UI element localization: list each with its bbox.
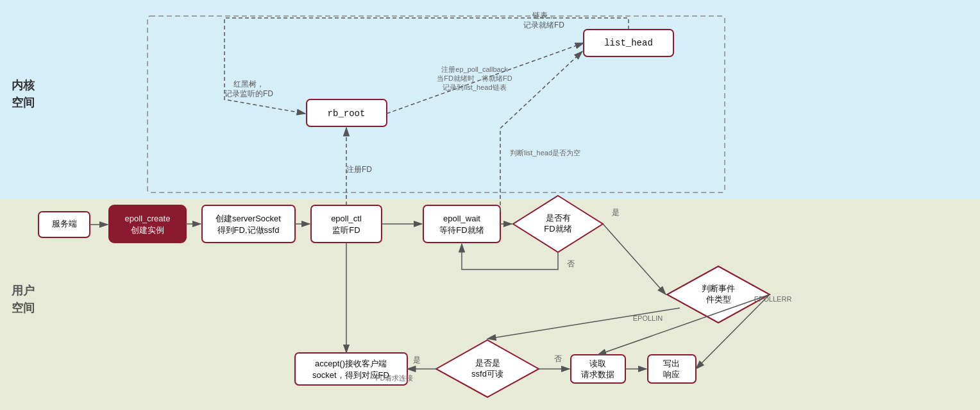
epoll-ctl-label2: 监听FD — [332, 225, 360, 235]
epoll-ctl-label1: epoll_ctl — [331, 214, 362, 223]
read-data-label1: 读取 — [589, 359, 606, 368]
callback-desc3: 记录到list_head链表 — [443, 83, 506, 91]
epoll-wait-label2: 等待FD就绪 — [439, 225, 484, 235]
arrow-eventtype-epollin — [487, 308, 680, 339]
yes-label-ssfd: 是 — [413, 355, 421, 364]
fd-ready-label2: FD就绪 — [544, 224, 571, 234]
no-label-fdready: 否 — [567, 259, 575, 268]
list-desc-label2: 记录就绪FD — [523, 21, 564, 30]
rbtree-desc-label: 红黑树， — [233, 80, 264, 89]
epoll-wait-node — [423, 205, 500, 243]
register-fd-label: 注册FD — [346, 165, 372, 174]
epoll-create-label1: epoll_create — [125, 214, 171, 223]
epoll-create-label2: 创建实例 — [131, 225, 164, 235]
rbtree-desc-label2: 记录监听的FD — [224, 89, 273, 98]
arrow-fdready-yes — [603, 224, 666, 295]
epoll-create-node — [109, 205, 186, 243]
fd-connect-label: FD请求连接 — [376, 374, 414, 382]
rb-root-label: rb_root — [328, 108, 366, 119]
server-socket-label2: 得到FD,记做ssfd — [217, 225, 280, 235]
arrow-wait-to-listhead — [500, 51, 582, 212]
event-type-label2: 件类型 — [706, 295, 731, 304]
epollerr-label: EPOLLERR — [754, 295, 792, 303]
epoll-ctl-node — [311, 205, 382, 243]
server-socket-label1: 创建serverSocket — [215, 214, 281, 223]
write-response-label2: 响应 — [663, 370, 680, 379]
check-listhead-label: 判断list_head是否为空 — [510, 149, 580, 157]
list-desc-label: 链表， — [532, 11, 555, 20]
write-response-label1: 写出 — [663, 359, 680, 368]
diagram-container: 内核 空间 用户 空间 服务端 epoll_create 创建实例 创建serv… — [0, 0, 980, 410]
epoll-wait-label1: epoll_wait — [443, 214, 480, 223]
diagram-svg: 服务端 epoll_create 创建实例 创建serverSocket 得到F… — [0, 0, 980, 410]
callback-desc1: 注册ep_poll_callback — [441, 65, 508, 73]
fd-ready-label1: 是否有 — [546, 213, 571, 223]
read-data-label2: 请求数据 — [581, 370, 614, 379]
event-type-label1: 判断事件 — [702, 284, 735, 293]
callback-desc2: 当FD就绪时，将就绪FD — [437, 74, 512, 82]
server-socket-node — [202, 205, 295, 243]
is-ssfd-label2: ssfd可读 — [471, 369, 503, 379]
no-label-ssfd: 否 — [554, 354, 562, 363]
is-ssfd-label1: 是否是 — [475, 358, 500, 368]
server-node-label: 服务端 — [52, 219, 77, 228]
yes-label-fdready: 是 — [612, 208, 620, 217]
accept-label1: accept()接收客户端 — [315, 359, 387, 368]
arrow-fdready-no — [462, 244, 558, 269]
epollin-label: EPOLLIN — [633, 314, 663, 322]
list-head-label: list_head — [604, 38, 653, 48]
